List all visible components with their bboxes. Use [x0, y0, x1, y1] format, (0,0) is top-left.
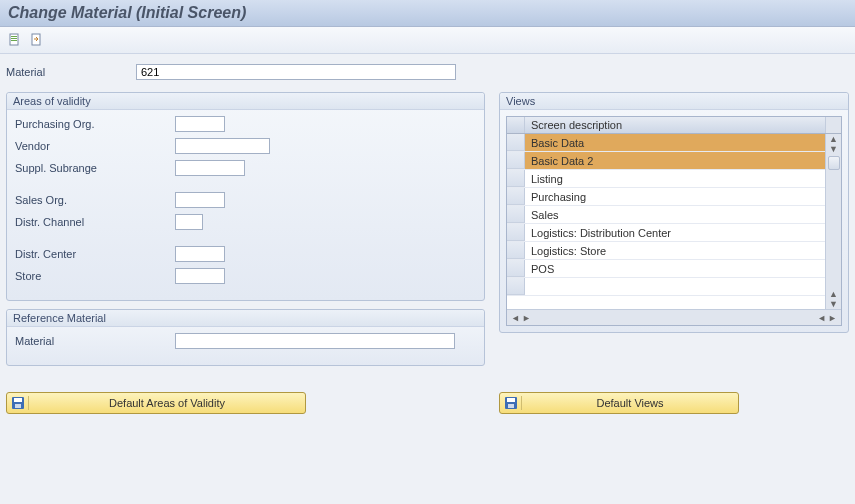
- select-views-button[interactable]: [6, 31, 24, 49]
- default-views-label: Default Views: [522, 397, 738, 409]
- page-title: Change Material (Initial Screen): [0, 0, 855, 27]
- default-areas-button[interactable]: Default Areas of Validity: [6, 392, 306, 414]
- grid-vscroll[interactable]: ▲ ▼ ▲ ▼: [825, 134, 841, 309]
- svg-rect-3: [11, 40, 17, 41]
- toolbar: [0, 27, 855, 54]
- suppl-subrange-input[interactable]: [175, 160, 245, 176]
- document-icon: [8, 33, 22, 47]
- row-selector[interactable]: [507, 152, 525, 169]
- row-selector[interactable]: [507, 224, 525, 241]
- views-panel: Views Screen description Basic DataBasic…: [499, 92, 849, 333]
- store-input[interactable]: [175, 268, 225, 284]
- org-levels-button[interactable]: [28, 31, 46, 49]
- views-row-empty: [507, 278, 825, 296]
- views-column-header[interactable]: Screen description: [525, 117, 825, 133]
- scroll-right2-icon[interactable]: ►: [828, 313, 837, 323]
- scroll-up2-icon[interactable]: ▲: [829, 289, 838, 299]
- views-row[interactable]: Basic Data 2: [507, 152, 825, 170]
- grid-select-all[interactable]: [507, 117, 525, 133]
- document-arrow-icon: [30, 33, 44, 47]
- scroll-down-icon[interactable]: ▼: [829, 144, 838, 154]
- save-icon: [7, 396, 29, 410]
- views-row[interactable]: Purchasing: [507, 188, 825, 206]
- views-row[interactable]: Logistics: Distribution Center: [507, 224, 825, 242]
- views-row-label[interactable]: Basic Data 2: [525, 152, 825, 169]
- vendor-input[interactable]: [175, 138, 270, 154]
- store-label: Store: [15, 270, 175, 282]
- reference-panel: Reference Material Material: [6, 309, 485, 366]
- purchasing-org-input[interactable]: [175, 116, 225, 132]
- areas-panel-title: Areas of validity: [7, 93, 484, 110]
- material-label: Material: [6, 66, 136, 78]
- material-input[interactable]: [136, 64, 456, 80]
- row-selector[interactable]: [507, 206, 525, 223]
- views-row-label[interactable]: Listing: [525, 170, 825, 187]
- views-row-label[interactable]: Sales: [525, 206, 825, 223]
- default-areas-label: Default Areas of Validity: [29, 397, 305, 409]
- material-row: Material: [6, 64, 849, 80]
- svg-rect-0: [10, 34, 18, 45]
- scroll-up-icon[interactable]: ▲: [829, 134, 838, 144]
- default-views-button[interactable]: Default Views: [499, 392, 739, 414]
- suppl-subrange-label: Suppl. Subrange: [15, 162, 175, 174]
- svg-rect-10: [508, 404, 514, 408]
- purchasing-org-label: Purchasing Org.: [15, 118, 175, 130]
- distr-channel-input[interactable]: [175, 214, 203, 230]
- scroll-thumb[interactable]: [828, 156, 840, 170]
- views-row-label[interactable]: Basic Data: [525, 134, 825, 151]
- svg-rect-1: [11, 36, 17, 37]
- save-icon: [500, 396, 522, 410]
- scroll-left-icon[interactable]: ◄: [511, 313, 520, 323]
- views-row-label[interactable]: POS: [525, 260, 825, 277]
- views-grid: Screen description Basic DataBasic Data …: [506, 116, 842, 326]
- svg-rect-9: [507, 398, 515, 402]
- reference-panel-title: Reference Material: [7, 310, 484, 327]
- vendor-label: Vendor: [15, 140, 175, 152]
- areas-panel: Areas of validity Purchasing Org. Vendor…: [6, 92, 485, 301]
- row-selector[interactable]: [507, 242, 525, 259]
- row-selector[interactable]: [507, 170, 525, 187]
- scroll-right-icon[interactable]: ►: [522, 313, 531, 323]
- distr-channel-label: Distr. Channel: [15, 216, 175, 228]
- grid-hscroll[interactable]: ◄ ► ◄ ►: [507, 309, 841, 325]
- distr-center-input[interactable]: [175, 246, 225, 262]
- row-selector[interactable]: [507, 134, 525, 151]
- scroll-left2-icon[interactable]: ◄: [817, 313, 826, 323]
- row-selector[interactable]: [507, 260, 525, 277]
- views-row[interactable]: POS: [507, 260, 825, 278]
- views-row[interactable]: Sales: [507, 206, 825, 224]
- views-row-label[interactable]: Logistics: Distribution Center: [525, 224, 825, 241]
- svg-rect-7: [15, 404, 21, 408]
- views-row-label[interactable]: Purchasing: [525, 188, 825, 205]
- views-row[interactable]: Basic Data: [507, 134, 825, 152]
- distr-center-label: Distr. Center: [15, 248, 175, 260]
- svg-rect-6: [14, 398, 22, 402]
- views-panel-title: Views: [500, 93, 848, 110]
- row-selector[interactable]: [507, 188, 525, 205]
- scroll-down2-icon[interactable]: ▼: [829, 299, 838, 309]
- views-row[interactable]: Logistics: Store: [507, 242, 825, 260]
- views-row-label[interactable]: Logistics: Store: [525, 242, 825, 259]
- ref-material-input[interactable]: [175, 333, 455, 349]
- views-row[interactable]: Listing: [507, 170, 825, 188]
- svg-rect-2: [11, 38, 17, 39]
- sales-org-input[interactable]: [175, 192, 225, 208]
- ref-material-label: Material: [15, 335, 175, 347]
- sales-org-label: Sales Org.: [15, 194, 175, 206]
